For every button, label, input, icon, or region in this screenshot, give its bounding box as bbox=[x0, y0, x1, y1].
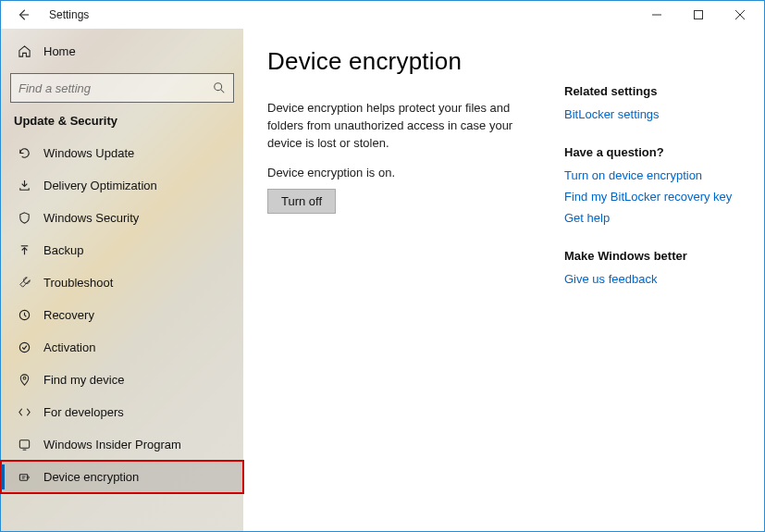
delivery-optimization-icon bbox=[14, 179, 34, 192]
device-encryption-icon bbox=[14, 470, 34, 484]
section-heading: Update & Security bbox=[1, 114, 243, 137]
feedback-link[interactable]: Give us feedback bbox=[564, 272, 740, 286]
sidebar-item-label: Backup bbox=[43, 243, 83, 257]
windows-insider-program-icon bbox=[14, 438, 34, 452]
activation-icon bbox=[14, 340, 34, 354]
sidebar-item-device-encryption[interactable]: Device encryption bbox=[1, 461, 243, 493]
home-nav[interactable]: Home bbox=[1, 36, 243, 66]
arrow-left-icon bbox=[17, 8, 30, 21]
troubleshoot-icon bbox=[14, 276, 34, 290]
have-a-question-heading: Have a question? bbox=[564, 145, 740, 159]
search-input[interactable] bbox=[19, 81, 213, 95]
home-icon bbox=[14, 44, 34, 58]
sidebar-item-delivery-optimization[interactable]: Delivery Optimization bbox=[1, 169, 243, 202]
recovery-icon bbox=[14, 308, 34, 322]
sidebar-item-backup[interactable]: Backup bbox=[1, 234, 243, 266]
sidebar-item-windows-update[interactable]: Windows Update bbox=[1, 137, 243, 169]
sidebar-item-troubleshoot[interactable]: Troubleshoot bbox=[1, 266, 243, 299]
maximize-button[interactable] bbox=[677, 1, 719, 29]
home-label: Home bbox=[43, 44, 76, 58]
sidebar-item-label: Windows Update bbox=[43, 146, 134, 160]
for-developers-icon bbox=[14, 405, 34, 419]
svg-point-4 bbox=[23, 377, 26, 379]
sidebar-item-label: Activation bbox=[43, 340, 95, 354]
help-link[interactable]: Get help bbox=[564, 211, 740, 225]
backup-icon bbox=[14, 243, 34, 257]
close-button[interactable] bbox=[719, 1, 760, 29]
sidebar: Home Update & Security Windows UpdateDel… bbox=[1, 29, 243, 531]
sidebar-item-for-developers[interactable]: For developers bbox=[1, 396, 243, 428]
aside-panel: Related settings BitLocker settings Have… bbox=[564, 47, 740, 531]
back-button[interactable] bbox=[10, 8, 36, 21]
related-settings-link[interactable]: BitLocker settings bbox=[564, 107, 740, 121]
sidebar-item-label: For developers bbox=[43, 405, 124, 419]
minimize-icon bbox=[652, 10, 661, 19]
related-settings-heading: Related settings bbox=[564, 84, 740, 98]
windows-update-icon bbox=[14, 146, 34, 160]
window-title: Settings bbox=[49, 8, 89, 21]
settings-window: Settings Home bbox=[0, 0, 765, 532]
main-content: Device encryption Device encryption help… bbox=[267, 47, 538, 531]
sidebar-item-windows-insider-program[interactable]: Windows Insider Program bbox=[1, 428, 243, 461]
titlebar: Settings bbox=[1, 1, 764, 29]
sidebar-item-windows-security[interactable]: Windows Security bbox=[1, 202, 243, 234]
svg-point-3 bbox=[19, 342, 29, 352]
sidebar-item-label: Device encryption bbox=[43, 470, 139, 484]
windows-security-icon bbox=[14, 211, 34, 225]
maximize-icon bbox=[694, 10, 703, 19]
search-icon bbox=[213, 81, 226, 94]
page-description: Device encryption helps protect your fil… bbox=[267, 100, 538, 153]
turn-off-button[interactable]: Turn off bbox=[267, 189, 336, 214]
svg-point-1 bbox=[215, 83, 222, 91]
sidebar-item-label: Windows Security bbox=[43, 211, 139, 225]
encryption-status: Device encryption is on. bbox=[267, 166, 538, 179]
sidebar-item-label: Find my device bbox=[43, 373, 124, 387]
sidebar-item-activation[interactable]: Activation bbox=[1, 331, 243, 364]
svg-rect-6 bbox=[19, 475, 27, 481]
sidebar-nav: Windows UpdateDelivery OptimizationWindo… bbox=[1, 137, 243, 493]
page-title: Device encryption bbox=[267, 47, 538, 76]
sidebar-item-label: Delivery Optimization bbox=[43, 179, 157, 192]
help-link[interactable]: Turn on device encryption bbox=[564, 168, 740, 182]
search-box[interactable] bbox=[10, 73, 234, 103]
sidebar-item-label: Recovery bbox=[43, 308, 94, 322]
sidebar-item-label: Troubleshoot bbox=[43, 276, 113, 290]
help-link[interactable]: Find my BitLocker recovery key bbox=[564, 190, 740, 204]
sidebar-item-label: Windows Insider Program bbox=[43, 438, 181, 452]
find-my-device-icon bbox=[14, 373, 34, 387]
sidebar-item-find-my-device[interactable]: Find my device bbox=[1, 364, 243, 396]
make-windows-better-heading: Make Windows better bbox=[564, 249, 740, 263]
sidebar-item-recovery[interactable]: Recovery bbox=[1, 299, 243, 331]
minimize-button[interactable] bbox=[635, 1, 677, 29]
close-icon bbox=[735, 10, 745, 19]
svg-rect-0 bbox=[694, 11, 702, 19]
svg-rect-5 bbox=[19, 440, 29, 448]
